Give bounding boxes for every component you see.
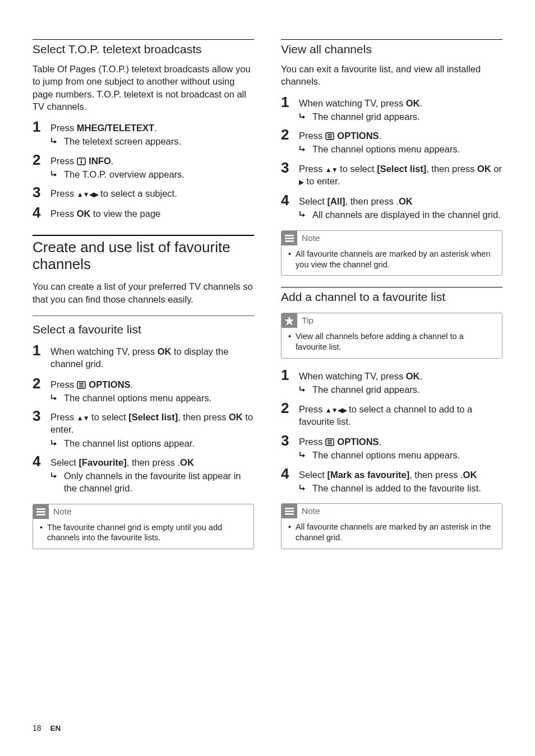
step-item: 3Press OPTIONS.The channel options menu … (281, 433, 502, 462)
step-item: 4Select [Favourite], then press .OKOnly … (33, 454, 254, 495)
result-arrow-icon (299, 113, 307, 120)
step-item: 3Press ▲▼◀▶ to select a subject. (33, 185, 254, 201)
step-text: Press OPTIONS. (299, 129, 502, 142)
intro-favourite: You can create a list of your preferred … (33, 280, 254, 305)
step-result: The channel options menu appears. (312, 449, 502, 461)
step-text: Press MHEG/TELETEXT. (50, 122, 254, 134)
note-icon (33, 504, 49, 519)
step-result: The channel options menu appears. (64, 392, 254, 404)
step-item: 1When watching TV, press OK.The channel … (281, 368, 502, 396)
step-text: Select [Favourite], then press .OK (50, 456, 254, 469)
tip-text: View all channels before adding a channe… (296, 331, 496, 353)
step-text: When watching TV, press OK. (299, 97, 502, 109)
arrow-keys-icon: ▲▼ (325, 166, 338, 174)
intro-view-all: You can exit a favourite list, and view … (281, 63, 502, 88)
left-column: Select T.O.P. teletext broadcasts Table … (33, 39, 254, 558)
result-arrow-icon (299, 386, 307, 393)
step-item: 4Select [Mark as favourite], then press … (281, 466, 502, 495)
step-number: 2 (281, 127, 299, 142)
step-text: Select [All], then press .OK (299, 195, 502, 207)
step-number: 4 (33, 205, 50, 220)
step-item: 4Select [All], then press .OKAll channel… (281, 193, 502, 221)
note-box-right-1: Note •All favourite channels are marked … (281, 230, 502, 276)
step-number: 3 (33, 185, 50, 200)
steps-select-favlist: 1When watching TV, press OK to display t… (33, 343, 254, 495)
step-number: 3 (281, 160, 299, 175)
step-result: The channel grid appears. (312, 110, 502, 123)
step-text: Press INFO. (50, 155, 254, 167)
arrow-right-icon: ▶ (299, 178, 304, 186)
result-arrow-icon (50, 170, 58, 178)
heading-top-teletext: Select T.O.P. teletext broadcasts (33, 39, 254, 56)
tip-box: Tip •View all channels before adding a c… (281, 313, 502, 359)
step-item: 3Press ▲▼ to select [Select list], then … (33, 409, 254, 449)
step-result: The channel options menu appears. (312, 143, 502, 155)
step-item: 2Press INFO.The T.O.P. overview appears. (33, 152, 254, 181)
result-arrow-icon (299, 451, 307, 458)
step-number: 2 (33, 152, 50, 167)
step-text: Select [Mark as favourite], then press .… (299, 469, 502, 481)
step-result: Only channels in the favourite list appe… (64, 470, 254, 495)
step-result: The channel is added to the favourite li… (312, 482, 502, 494)
step-number: 4 (281, 193, 299, 207)
step-number: 4 (33, 454, 50, 469)
heading-favourite-channels: Create and use list of favourite channel… (33, 235, 254, 273)
tip-label: Tip (302, 316, 313, 326)
result-arrow-icon (50, 137, 58, 145)
step-result: The teletext screen appears. (64, 135, 254, 147)
intro-top-teletext: Table Of Pages (T.O.P.) teletext broadca… (33, 63, 254, 113)
note-text: All favourite channels are marked by an … (296, 522, 496, 543)
heading-select-favlist: Select a favourite list (33, 323, 254, 336)
steps-add-channel: 1When watching TV, press OK.The channel … (281, 368, 502, 494)
right-column: View all channels You can exit a favouri… (281, 39, 502, 558)
result-arrow-icon (50, 439, 58, 447)
step-number: 1 (281, 95, 299, 109)
result-arrow-icon (50, 472, 58, 479)
step-result: All channels are displayed in the channe… (312, 208, 502, 221)
step-number: 3 (281, 433, 299, 448)
step-result: The channel list options appear. (64, 437, 254, 449)
heading-view-all: View all channels (281, 39, 502, 56)
note-text: The favourite channel grid is empty unti… (47, 522, 248, 544)
step-result: The T.O.P. overview appears. (64, 168, 254, 180)
step-number: 1 (33, 343, 50, 358)
options-icon (77, 381, 86, 389)
divider (33, 316, 254, 316)
arrow-keys-icon: ▲▼◀▶ (77, 191, 98, 198)
options-icon (325, 132, 334, 140)
step-text: Press ▲▼◀▶ to select a channel to add to… (299, 403, 502, 428)
step-number: 1 (33, 119, 50, 134)
note-label: Note (302, 233, 320, 243)
step-text: Press OPTIONS. (299, 435, 502, 448)
page-lang: EN (50, 724, 61, 732)
result-arrow-icon (299, 145, 307, 152)
steps-top-teletext: 1Press MHEG/TELETEXT.The teletext screen… (33, 119, 254, 221)
step-text: Press ▲▼ to select [Select list], then p… (299, 163, 502, 188)
step-item: 2Press ▲▼◀▶ to select a channel to add t… (281, 401, 502, 429)
step-item: 2Press OPTIONS.The channel options menu … (33, 376, 254, 405)
step-text: When watching TV, press OK to display th… (50, 345, 254, 370)
tip-icon (282, 313, 297, 328)
info-icon (77, 157, 86, 165)
result-arrow-icon (50, 394, 58, 401)
note-label: Note (53, 507, 72, 517)
step-item: 1When watching TV, press OK to display t… (33, 343, 254, 372)
step-result: The channel grid appears. (312, 383, 502, 396)
step-number: 4 (281, 466, 299, 481)
step-text: Press OK to view the page (50, 207, 254, 220)
result-arrow-icon (299, 211, 307, 218)
step-item: 4Press OK to view the page (33, 205, 254, 221)
note-box-left: Note •The favourite channel grid is empt… (33, 504, 254, 550)
arrow-keys-icon: ▲▼◀▶ (325, 406, 347, 414)
step-item: 1Press MHEG/TELETEXT.The teletext screen… (33, 119, 254, 148)
options-icon (325, 438, 334, 446)
step-text: Press OPTIONS. (50, 378, 254, 391)
step-number: 2 (281, 401, 299, 415)
step-number: 3 (33, 409, 50, 423)
note-icon (282, 504, 297, 518)
step-number: 2 (33, 376, 50, 391)
step-number: 1 (281, 368, 299, 382)
step-item: 2Press OPTIONS.The channel options menu … (281, 127, 502, 156)
step-text: When watching TV, press OK. (299, 370, 502, 382)
note-text: All favourite channels are marked by an … (296, 249, 496, 270)
